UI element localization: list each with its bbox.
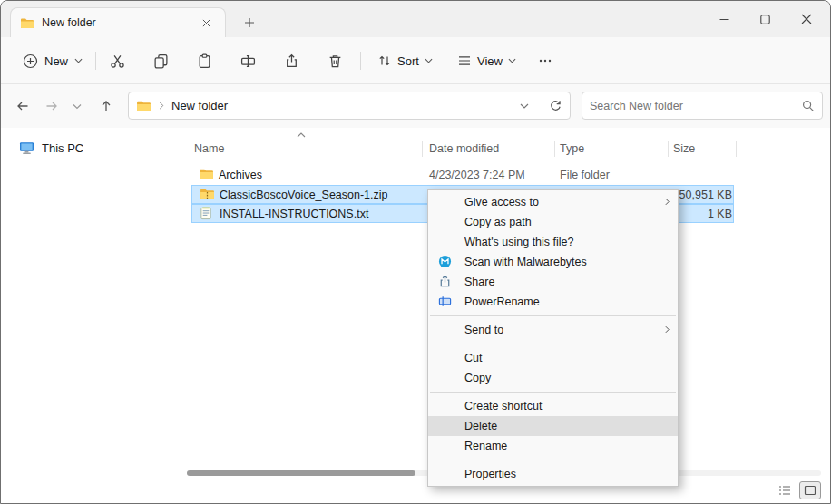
column-separator[interactable] (668, 141, 669, 157)
copy-icon (153, 53, 169, 69)
menu-item-cut[interactable]: Cut (428, 348, 678, 368)
sidebar-item-this-pc[interactable]: This PC (14, 138, 168, 158)
column-header-size[interactable]: Size (673, 140, 695, 158)
file-explorer-window: New folder New (0, 0, 831, 504)
paste-button[interactable] (190, 46, 219, 75)
cut-button[interactable] (103, 46, 132, 75)
window-controls (704, 5, 826, 34)
menu-item-label: Send to (464, 324, 503, 336)
menu-item-label: Share (464, 276, 494, 288)
address-bar[interactable]: New folder (128, 92, 571, 120)
sort-ascending-icon (297, 132, 306, 138)
menu-item-label: Create shortcut (464, 400, 542, 412)
text-file-icon (200, 207, 212, 220)
maximize-button[interactable] (745, 5, 786, 34)
column-header-date-modified[interactable]: Date modified (429, 140, 499, 158)
menu-item-properties[interactable]: Properties (428, 464, 678, 484)
trash-icon (328, 53, 343, 69)
file-name: INSTALL-INSTRUCTIONS.txt (220, 208, 368, 220)
menu-item-share[interactable]: Share (428, 272, 678, 292)
folder-icon (20, 17, 34, 29)
copy-button[interactable] (146, 46, 175, 75)
search-icon (802, 100, 815, 112)
toolbar-separator (360, 52, 361, 70)
new-tab-button[interactable] (240, 14, 259, 32)
menu-separator (430, 392, 676, 393)
menu-item-delete[interactable]: Delete (428, 416, 678, 436)
menu-item-label: Delete (464, 420, 497, 432)
share-icon (284, 53, 299, 69)
menu-separator (430, 315, 676, 316)
context-menu: Give access to Copy as path What's using… (427, 189, 679, 487)
sidebar-item-label: This PC (42, 141, 83, 155)
horizontal-scrollbar-thumb[interactable] (187, 470, 416, 476)
zip-file-icon (200, 188, 215, 200)
rename-icon (240, 53, 256, 69)
tab-title: New folder (42, 16, 189, 29)
recent-locations-chevron[interactable] (66, 92, 88, 121)
titlebar: New folder (1, 1, 830, 37)
file-date-modified: 4/23/2023 7:24 PM (429, 169, 525, 181)
column-header-type[interactable]: Type (560, 140, 584, 158)
view-button-label: View (477, 54, 503, 68)
clipboard-icon (197, 53, 212, 69)
address-dropdown-chevron[interactable] (520, 103, 529, 109)
plus-circle-icon (23, 53, 38, 69)
rename-button[interactable] (233, 46, 262, 75)
menu-item-label: Scan with Malwarebytes (464, 256, 587, 268)
large-icons-view-toggle[interactable] (799, 481, 821, 499)
toolbar-separator (95, 52, 96, 70)
menu-item-create-shortcut[interactable]: Create shortcut (428, 396, 678, 416)
this-pc-icon (19, 141, 34, 155)
menu-item-send-to[interactable]: Send to (428, 320, 678, 340)
more-options-button[interactable] (531, 46, 560, 75)
scissors-icon (110, 53, 125, 69)
navigation-bar: New folder (1, 84, 830, 128)
share-icon (438, 275, 452, 288)
file-name: ClassicBoscoVoice_Season-1.zip (220, 189, 388, 201)
menu-item-copy-as-path[interactable]: Copy as path (428, 212, 678, 232)
up-button[interactable] (92, 92, 121, 121)
refresh-icon[interactable] (549, 99, 562, 112)
menu-item-label: Copy as path (464, 216, 532, 228)
file-name: Archives (219, 169, 262, 181)
menu-item-label: What's using this file? (464, 236, 574, 248)
menu-item-scan-with-malwarebytes[interactable]: Scan with Malwarebytes (428, 252, 678, 272)
breadcrumb[interactable]: New folder (171, 99, 513, 112)
ellipsis-icon (538, 53, 552, 68)
sort-arrows-icon (377, 53, 392, 68)
close-button[interactable] (786, 5, 826, 34)
search-input[interactable] (590, 100, 802, 112)
column-header-name[interactable]: Name (194, 140, 224, 158)
minimize-button[interactable] (704, 5, 745, 34)
view-toggle-group (774, 481, 821, 499)
menu-item-rename[interactable]: Rename (428, 436, 678, 456)
menu-item-whats-using-this-file[interactable]: What's using this file? (428, 232, 678, 252)
column-separator[interactable] (736, 141, 737, 157)
menu-item-label: Rename (464, 440, 507, 452)
file-row-archives[interactable]: Archives 4/23/2023 7:24 PM File folder (187, 166, 740, 185)
details-view-toggle[interactable] (774, 481, 796, 499)
delete-button[interactable] (320, 46, 349, 75)
tab-close-icon[interactable] (196, 13, 216, 33)
forward-button[interactable] (37, 92, 66, 121)
content-area: This PC Name Date modified Type Size Arc… (1, 128, 830, 503)
folder-icon (199, 168, 214, 180)
sort-button[interactable]: Sort (369, 46, 441, 75)
back-button[interactable] (8, 92, 37, 121)
column-separator[interactable] (422, 141, 423, 157)
explorer-tab[interactable]: New folder (10, 7, 226, 37)
column-separator[interactable] (554, 141, 555, 157)
submenu-arrow-icon (665, 198, 670, 206)
share-button[interactable] (277, 46, 306, 75)
search-box (582, 92, 823, 120)
new-button[interactable]: New (14, 46, 92, 75)
folder-icon (136, 100, 152, 112)
view-button[interactable]: View (449, 46, 524, 75)
menu-item-label: Copy (464, 372, 491, 384)
menu-item-powerrename[interactable]: PowerRename (428, 292, 678, 312)
menu-separator (430, 344, 676, 344)
menu-item-copy[interactable]: Copy (428, 368, 678, 388)
menu-item-label: Give access to (464, 196, 539, 208)
menu-item-give-access-to[interactable]: Give access to (428, 192, 678, 212)
